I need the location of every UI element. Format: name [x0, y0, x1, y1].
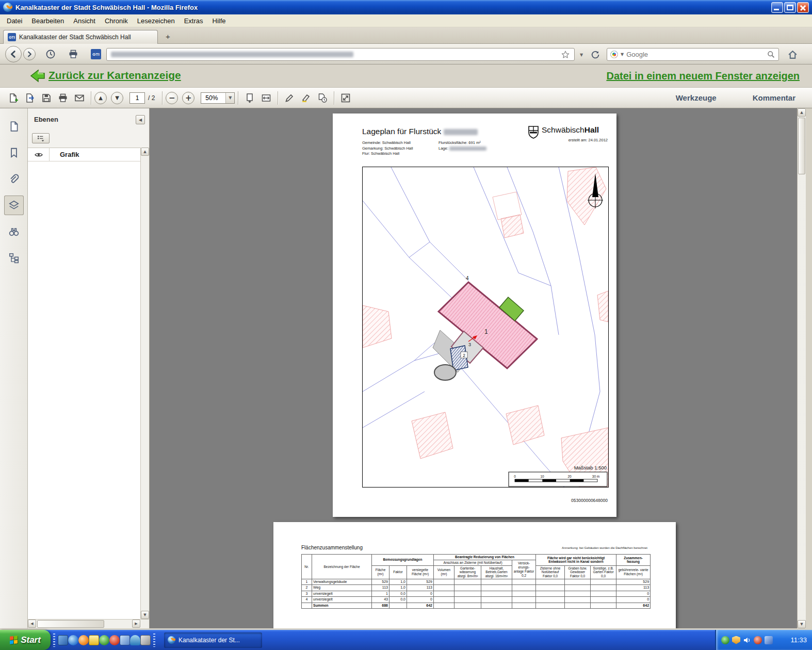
- save-icon[interactable]: [38, 91, 55, 105]
- layer-options-icon[interactable]: [32, 133, 50, 143]
- quicklaunch-icon[interactable]: [109, 635, 120, 645]
- document-area[interactable]: Lageplan für Flurstück Gemeinde: Schwäbi…: [150, 108, 797, 628]
- back-button[interactable]: [5, 46, 22, 62]
- table-cell: Weg: [312, 585, 372, 591]
- tray-icon[interactable]: [721, 636, 729, 644]
- history-icon[interactable]: [43, 47, 58, 61]
- tray-icon[interactable]: [754, 636, 762, 644]
- zoom-level-select[interactable]: 50% ▼: [201, 92, 235, 104]
- map-label-1: 1: [484, 328, 488, 335]
- print-icon[interactable]: [66, 47, 80, 61]
- bookmarks-icon[interactable]: [4, 143, 24, 163]
- quicklaunch-icon[interactable]: [68, 635, 78, 645]
- document-vertical-scrollbar[interactable]: ▲ ▼: [797, 108, 806, 628]
- menu-lesezeichen[interactable]: Lesezeichen: [133, 15, 180, 26]
- table-cell: 642: [616, 603, 651, 608]
- layers-icon[interactable]: [4, 196, 24, 215]
- panel-horizontal-scrollbar[interactable]: ◀ ▶: [28, 619, 149, 628]
- quicklaunch-icon[interactable]: [140, 635, 151, 645]
- highlight-icon[interactable]: [298, 91, 314, 105]
- tray-volume-icon[interactable]: [743, 636, 751, 644]
- home-icon[interactable]: [785, 47, 800, 61]
- table-cell: [434, 579, 454, 584]
- quicklaunch-icon[interactable]: [130, 635, 140, 645]
- tools-panel-button[interactable]: Werkzeuge: [676, 93, 717, 102]
- new-tab-button[interactable]: +: [161, 31, 175, 42]
- scroll-up-icon[interactable]: ▲: [798, 108, 806, 117]
- zoom-dropdown-icon[interactable]: ▼: [225, 93, 234, 103]
- url-dropdown-icon[interactable]: ▼: [577, 50, 586, 60]
- scrollbar-thumb[interactable]: [37, 620, 104, 628]
- previous-page-button[interactable]: ▲: [94, 92, 107, 104]
- search-magnifier-icon[interactable]: [767, 50, 775, 59]
- open-in-new-window-link[interactable]: Datei in einem neuem Fenster anzeigen: [606, 70, 800, 82]
- quicklaunch-icon[interactable]: [99, 635, 109, 645]
- document-history-icon[interactable]: [314, 91, 331, 105]
- scroll-left-icon[interactable]: ◀: [28, 620, 36, 628]
- next-page-button[interactable]: ▼: [111, 92, 123, 104]
- url-bar[interactable]: [106, 48, 575, 61]
- back-to-map-link[interactable]: Zurück zur Kartenanzeige: [48, 69, 181, 82]
- print-document-icon[interactable]: [55, 91, 71, 105]
- search-box[interactable]: ▼: [607, 48, 779, 61]
- email-icon[interactable]: [71, 91, 88, 105]
- table-cell: [536, 603, 565, 608]
- table-cell: [565, 585, 591, 591]
- search-input[interactable]: [626, 51, 764, 58]
- scrollbar-thumb[interactable]: [798, 118, 805, 174]
- menu-ansicht[interactable]: Ansicht: [69, 15, 100, 26]
- menu-extras[interactable]: Extras: [180, 15, 208, 26]
- table-row: 4unversiegelt430,000: [302, 597, 651, 603]
- menu-datei[interactable]: Datei: [2, 15, 27, 26]
- table-cell: [512, 579, 536, 584]
- export-pdf-icon[interactable]: [22, 91, 38, 105]
- quicklaunch-grip[interactable]: [53, 633, 55, 647]
- forward-button[interactable]: [23, 48, 36, 60]
- table-cell: 0: [616, 597, 651, 603]
- reload-icon[interactable]: [588, 47, 603, 62]
- layer-visibility-eye-icon[interactable]: [28, 148, 50, 161]
- search-icon[interactable]: [4, 222, 24, 241]
- menu-bearbeiten[interactable]: Bearbeiten: [27, 15, 69, 26]
- quicklaunch-icon[interactable]: [89, 635, 99, 645]
- taskbar-item-label: Kanalkataster der St...: [178, 637, 240, 644]
- scroll-mode-icon[interactable]: [241, 91, 258, 105]
- collapse-panel-icon[interactable]: ◀: [136, 115, 145, 124]
- page-thumbnails-icon[interactable]: [4, 117, 24, 136]
- fill-sign-icon[interactable]: [281, 91, 298, 105]
- quicklaunch-icon[interactable]: [78, 635, 89, 645]
- page-number-input[interactable]: [129, 92, 145, 104]
- scroll-up-icon[interactable]: ▲: [141, 148, 149, 156]
- attachments-icon[interactable]: [4, 169, 24, 189]
- table-row: 2Weg1131,0113113: [302, 585, 651, 591]
- panel-vertical-scrollbar[interactable]: ▲ ▼: [140, 148, 149, 619]
- tray-shield-icon[interactable]: [732, 636, 740, 644]
- search-engine-dropdown-icon[interactable]: ▼: [621, 52, 624, 57]
- quicklaunch-icon[interactable]: [120, 635, 130, 645]
- taskband-grip[interactable]: [153, 633, 155, 647]
- scroll-right-icon[interactable]: ▶: [132, 620, 140, 628]
- zoom-out-button[interactable]: −: [166, 92, 178, 104]
- comment-panel-button[interactable]: Kommentar: [753, 93, 795, 102]
- minimize-button[interactable]: [771, 2, 783, 13]
- maximize-button[interactable]: [784, 2, 796, 13]
- start-button[interactable]: Start: [0, 630, 51, 650]
- model-tree-icon[interactable]: [4, 248, 24, 268]
- menu-hilfe[interactable]: Hilfe: [208, 15, 231, 26]
- gti-site-button[interactable]: GTI: [89, 47, 103, 61]
- scroll-down-icon[interactable]: ▼: [798, 620, 806, 628]
- fit-width-icon[interactable]: [258, 91, 274, 105]
- zoom-in-button[interactable]: +: [182, 92, 194, 104]
- taskbar-item-kanalkataster[interactable]: Kanalkataster der St...: [164, 632, 262, 648]
- layer-row-grafik[interactable]: Grafik: [28, 148, 149, 161]
- table-cell: [481, 585, 512, 591]
- tray-icon[interactable]: [765, 636, 773, 644]
- close-button[interactable]: [797, 2, 809, 13]
- quicklaunch-icon[interactable]: [58, 635, 68, 645]
- menu-chronik[interactable]: Chronik: [100, 15, 133, 26]
- scroll-down-icon[interactable]: ▼: [141, 611, 149, 619]
- create-pdf-icon[interactable]: [5, 91, 22, 105]
- tab-kanalkataster[interactable]: GTI Kanalkataster der Stadt Schwäbisch H…: [3, 30, 158, 44]
- fullscreen-icon[interactable]: [337, 91, 354, 105]
- bookmark-star-icon[interactable]: [561, 50, 570, 59]
